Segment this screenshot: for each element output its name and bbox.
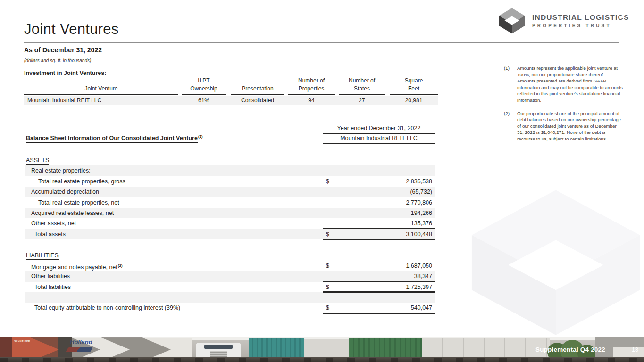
logo-text: INDUSTRIAL LOGISTICS PROPERTIES TRUST [532, 13, 629, 28]
truck-windshield [204, 345, 233, 349]
col-header-number-of-properties: Number of Properties [288, 77, 335, 95]
row-label: Total real estate properties, net [25, 197, 323, 208]
col-header-number-of-states: Number of States [339, 77, 385, 95]
row-label: Acquired real estate leases, net [25, 208, 323, 218]
trailer-brand-text: SCHNEIDER [14, 340, 30, 343]
row-value: 540,047 [411, 303, 432, 312]
row-value: 1,725,397 [406, 282, 432, 291]
footnote-1: (1) Amounts represent the applicable joi… [504, 65, 623, 104]
balance-sheet-column-header: Year ended December 31, 2022 Mountain In… [323, 124, 435, 144]
spacer-row [25, 292, 435, 303]
dollar-sign: $ [326, 303, 329, 312]
wheels-strip [0, 358, 644, 362]
row-value: 3,100,448 [406, 229, 432, 239]
row-label: Total assets [25, 229, 323, 239]
supplemental-label: Supplemental Q4 2022 [535, 346, 605, 353]
page-number: 18 [632, 346, 638, 353]
table-row: Other assets, net 135,376 [25, 218, 435, 229]
cell-joint-venture: Mountain Industrial REIT LLC [24, 96, 178, 105]
col-header-square-feet: Square Feet [390, 77, 438, 95]
col-header-year: Year ended December 31, 2022 [323, 124, 435, 134]
table-row: Acquired real estate leases, net 194,266 [25, 208, 435, 218]
row-value: 38,347 [414, 271, 432, 280]
page-title: Joint Ventures [24, 21, 119, 38]
row-value: 135,376 [411, 218, 432, 228]
table-row: Real estate properties: [25, 165, 435, 176]
col-header-joint-venture: Joint Venture [24, 77, 178, 95]
footer-photo-strip: SCHNEIDER Holland Supplemental Q4 2022 1… [0, 337, 644, 362]
logo-subname: PROPERTIES TRUST [532, 23, 629, 28]
footnote-text: Our proportionate share of the principal… [517, 110, 623, 142]
row-label: Total equity attributable to non-control… [25, 303, 323, 313]
units-note: (dollars and sq. ft. in thousands) [24, 58, 91, 63]
as-of-date: As of December 31, 2022 [24, 46, 102, 54]
cell-ownership: 61% [182, 96, 226, 105]
col-header-ilpt-ownership: ILPT Ownership [182, 77, 226, 95]
cube-watermark-icon [466, 188, 644, 337]
footnote-label: (2) [504, 110, 517, 142]
footnote-ref-1: (1) [198, 134, 203, 139]
cube-logo-icon [497, 7, 527, 35]
dollar-sign: $ [326, 229, 329, 239]
section-label: ASSETS [26, 157, 49, 165]
row-value: 2,836,538 [406, 176, 432, 187]
title-divider [24, 42, 619, 43]
table-row: Total real estate properties, gross $2,8… [25, 176, 435, 187]
company-logo: INDUSTRIAL LOGISTICS PROPERTIES TRUST [497, 7, 629, 35]
dollar-sign: $ [326, 261, 329, 271]
col-header-entity: Mountain Industrial REIT LLC [323, 134, 435, 144]
total-row-equity: Total equity attributable to non-control… [25, 303, 435, 313]
row-value: (65,732) [410, 187, 432, 196]
cell-square-feet: 20,981 [390, 96, 438, 105]
spacer-row [25, 239, 435, 250]
investment-table-header: Joint Venture ILPT Ownership Presentatio… [24, 77, 438, 95]
row-label: Other assets, net [25, 218, 323, 229]
cell-presentation: Consolidated [231, 96, 284, 105]
dollar-sign: $ [326, 282, 329, 291]
row-label: Real estate properties: [25, 165, 323, 176]
total-row-liabilities: Total liabilities $1,725,397 [25, 282, 435, 292]
footnote-text: Amounts represent the applicable joint v… [517, 65, 623, 104]
cell-states: 27 [339, 96, 385, 105]
logo-name: INDUSTRIAL LOGISTICS [532, 13, 629, 22]
balance-sheet-table: ASSETS Real estate properties: Total rea… [25, 155, 435, 313]
row-label: Other liabilities [25, 271, 323, 281]
table-row: Mortgage and notes payable, net(2) $1,68… [25, 261, 435, 271]
section-row-liabilities: LIABILITIES [25, 250, 435, 261]
row-label: Accumulated depreciation [25, 187, 323, 197]
section-label: LIABILITIES [26, 252, 59, 260]
balance-sheet-heading: Balance Sheet Information of Our Consoli… [26, 134, 203, 141]
investment-heading: Investment in Joint Ventures: [24, 70, 106, 76]
footnote-label: (1) [504, 65, 517, 104]
row-value: 1,687,050 [406, 261, 432, 271]
col-header-presentation: Presentation [231, 77, 284, 95]
row-value: 194,266 [411, 208, 432, 218]
table-row: Total real estate properties, net 2,770,… [25, 197, 435, 208]
row-value: 2,770,806 [406, 197, 432, 208]
table-row: Mountain Industrial REIT LLC 61% Consoli… [24, 96, 438, 105]
dollar-sign: $ [326, 176, 329, 187]
investment-table: Joint Venture ILPT Ownership Presentatio… [24, 77, 438, 105]
row-label: Total real estate properties, gross [25, 176, 323, 187]
table-row: Accumulated depreciation (65,732) [25, 187, 435, 197]
table-row: Other liabilities 38,347 [25, 271, 435, 281]
footnote-ref-2: (2) [118, 263, 123, 268]
row-label: Total liabilities [25, 282, 323, 292]
row-label: Mortgage and notes payable, net(2) [25, 261, 323, 271]
slide: Joint Ventures As of December 31, 2022 (… [0, 0, 644, 362]
total-row-assets: Total assets $3,100,448 [25, 229, 435, 239]
section-row-assets: ASSETS [25, 155, 435, 165]
footnotes-panel: (1) Amounts represent the applicable joi… [504, 65, 623, 149]
cell-properties: 94 [288, 96, 335, 105]
footnote-2: (2) Our proportionate share of the princ… [504, 110, 623, 142]
